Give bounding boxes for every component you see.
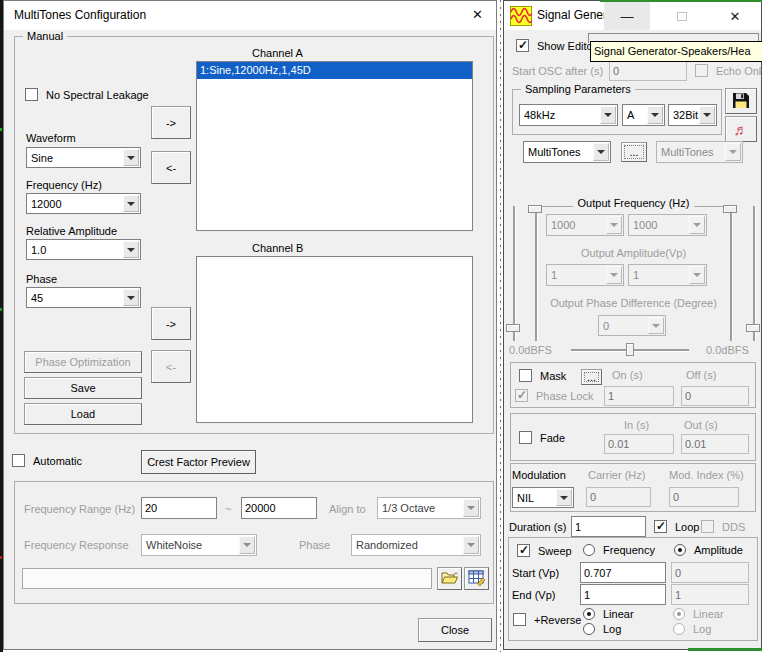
waveform-select[interactable]: Sine [26,147,141,168]
carrier-input[interactable] [586,487,651,507]
amplitude-radio[interactable]: Amplitude [674,544,743,556]
log-radio-left[interactable]: Log [583,623,621,635]
mask-checkbox[interactable]: Mask [519,369,566,382]
volume-slider-inner-left[interactable] [535,206,537,341]
loop-checkbox[interactable]: Loop [654,520,699,533]
mask-on-input[interactable] [604,386,674,406]
linear-radio-left[interactable]: Linear [583,608,634,620]
mod-index-input[interactable] [669,487,739,507]
log-radio-right[interactable]: Log [673,623,711,635]
minimize-icon: — [621,9,634,24]
phase-mode-select[interactable]: Randomized [351,534,481,556]
crest-factor-preview-button[interactable]: Crest Factor Preview [141,450,256,474]
linear-radio-right[interactable]: Linear [673,608,724,620]
echo-only-checkbox[interactable]: Echo Only [695,64,762,77]
checkbox-box [515,389,528,402]
browse-button[interactable]: ... [621,142,647,162]
frequency-range-max-input[interactable] [241,497,317,519]
phase-select[interactable]: 45 [26,287,141,308]
channel-a-item[interactable]: 1:Sine,12000Hz,1,45D [197,62,472,79]
remove-from-channel-b-button[interactable]: <- [151,350,191,383]
fade-out-input[interactable] [681,434,749,454]
sweep-start-input[interactable] [580,562,666,583]
modulation-select[interactable]: NIL [512,487,574,508]
volume-slider-outer-left[interactable] [513,206,515,341]
chevron-down-icon[interactable] [123,149,139,166]
chevron-down-icon[interactable] [123,289,139,306]
combo-value: 1 [633,269,639,281]
volume-slider-outer-right[interactable] [753,206,755,341]
checkbox-label: No Spectral Leakage [46,89,149,101]
chevron-down-icon[interactable] [647,106,663,124]
bit-depth-select[interactable]: 32Bit [668,104,717,126]
fade-checkbox[interactable]: Fade [519,431,565,444]
mod-index-label: Mod. Index (%) [669,469,744,481]
save-button[interactable]: Save [24,377,142,399]
align-to-select[interactable]: 1/3 Octave [377,497,481,519]
amp-select-left[interactable]: 1 [546,264,624,286]
relative-amplitude-select[interactable]: 1.0 [26,239,141,260]
channel-a-listbox[interactable]: 1:Sine,12000Hz,1,45D [196,61,473,231]
fade-in-input[interactable] [604,434,674,454]
chevron-down-icon[interactable] [699,106,715,124]
save-wave-button[interactable] [725,88,757,114]
chevron-down-icon[interactable] [600,106,616,124]
freq-select-right[interactable]: 1000 [628,214,707,236]
mask-more-button[interactable]: ... [581,369,602,385]
close-icon[interactable]: ✕ [472,7,483,22]
start-osc-label: Start OSC after (s) [512,65,603,77]
move-to-channel-a-button[interactable]: -> [151,106,191,139]
close-button[interactable]: ✕ [710,2,760,30]
play-tone-button[interactable]: ♬ [725,116,757,142]
freq-select-left[interactable]: 1000 [546,214,624,236]
channel-select[interactable]: A [622,104,665,126]
sweep-checkbox[interactable]: Sweep [515,544,574,557]
no-spectral-leakage-checkbox[interactable]: No Spectral Leakage [25,88,149,101]
wave-type-select-left[interactable]: MultiTones [523,141,611,163]
channel-b-listbox[interactable] [196,256,473,423]
chevron-down-icon[interactable] [123,195,139,212]
slider-thumb[interactable] [626,343,634,356]
show-editor-checkbox[interactable]: Show Edito [516,39,593,52]
load-button[interactable]: Load [24,403,142,425]
sweep-start-right-input[interactable] [671,562,749,583]
sample-rate-select[interactable]: 48kHz [519,104,618,126]
amp-select-right[interactable]: 1 [628,264,707,286]
sweep-end-right-input[interactable] [671,584,749,605]
start-osc-input[interactable] [609,60,687,81]
frequency-select[interactable]: 12000 [26,193,141,214]
chevron-down-icon[interactable] [556,489,572,506]
edit-table-button[interactable] [464,567,489,590]
minimize-button[interactable]: — [604,2,650,30]
wave-type-select-right[interactable]: MultiTones [656,141,743,163]
phase-optimization-button[interactable]: Phase Optimization [24,351,142,373]
radio-label: Log [693,623,711,635]
automatic-checkbox[interactable]: Automatic [12,454,82,467]
mask-off-input[interactable] [681,386,749,406]
phase-diff-select[interactable]: 0 [598,315,666,336]
maximize-button[interactable] [659,2,705,30]
duration-input[interactable] [571,516,646,537]
channel-a-label: Channel A [252,47,303,59]
frequency-response-select[interactable]: WhiteNoise [141,534,257,556]
slider-thumb[interactable] [528,205,542,213]
frequency-range-min-input[interactable] [141,497,217,519]
close-button[interactable]: Close [418,618,492,642]
output-amplitude-caption: Output Amplitude(Vp) [504,247,762,259]
volume-slider-inner-right[interactable] [730,206,732,341]
frequency-radio[interactable]: Frequency [583,544,655,556]
open-file-button[interactable] [437,567,462,590]
output-phase-caption: Output Phase Difference (Degree) [504,297,762,309]
chevron-down-icon[interactable] [123,241,139,258]
move-to-channel-b-button[interactable]: -> [151,307,191,340]
chevron-down-icon[interactable] [593,143,609,161]
slider-thumb[interactable] [746,324,760,332]
slider-thumb[interactable] [723,205,737,213]
reverse-checkbox[interactable]: +Reverse [513,613,581,626]
dds-checkbox[interactable]: DDS [701,520,745,533]
file-path-input[interactable] [22,568,432,589]
remove-from-channel-a-button[interactable]: <- [151,151,191,184]
slider-thumb[interactable] [506,324,520,332]
sweep-end-input[interactable] [580,584,666,605]
phase-lock-checkbox[interactable]: Phase Lock [515,389,593,402]
